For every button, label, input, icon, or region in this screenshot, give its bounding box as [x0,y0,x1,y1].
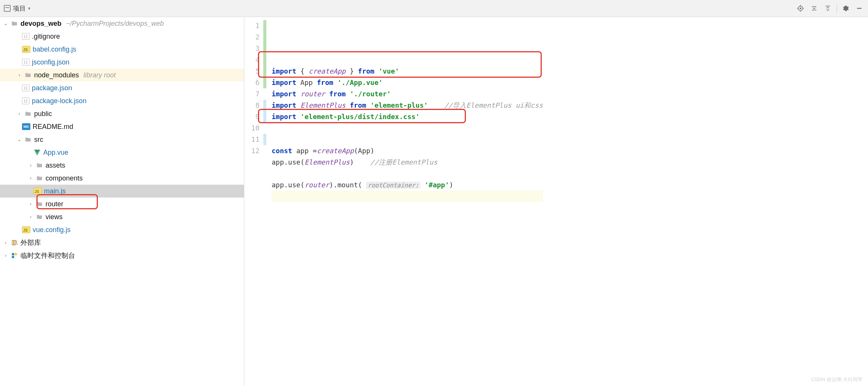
tree-item-vue-config-js[interactable]: JSvue.config.js [0,223,244,236]
js-icon: JS [22,226,30,233]
tree-item-label: src [34,136,43,144]
code-line[interactable] [272,122,543,134]
tree-item-label: vue.config.js [33,226,71,234]
tree-item-package-lock-json[interactable]: { }package-lock.json [0,94,244,107]
tree-item-views[interactable]: ›views [0,210,244,223]
line-number: 4 [244,54,259,66]
main-split: ⌄ devops_web ~/PycharmProjects/devops_we… [0,17,868,386]
tree-item-label: components [46,174,83,182]
scratches[interactable]: › 临时文件和控制台 [0,249,244,262]
tree-item-label: node_modules [34,71,79,79]
folder-icon [24,136,32,143]
tree-item-readme-md[interactable]: MDREADME.md [0,120,244,133]
line-gutter: 123456789101112 [244,17,263,386]
folder-icon [24,110,32,118]
js-icon: JS [33,188,42,195]
scratch-label: 临时文件和控制台 [20,251,75,260]
tree-item-app-vue[interactable]: App.vue [0,146,244,159]
root-name: devops_web [20,20,61,28]
code-area[interactable]: import { createApp } from 'vue'import Ap… [266,17,543,386]
chevron-icon[interactable]: › [28,201,33,207]
chevron-icon[interactable]: › [17,72,22,78]
chevron-icon[interactable]: › [28,214,33,220]
chevron-down-icon[interactable]: ▾ [28,6,30,11]
code-line[interactable] [272,168,543,179]
project-tree[interactable]: ⌄ devops_web ~/PycharmProjects/devops_we… [0,17,244,386]
diff-bar [263,17,266,386]
tree-item-src[interactable]: ⌄src [0,133,244,146]
chevron-icon[interactable]: ⌄ [17,137,22,142]
tree-item-router[interactable]: ›router [0,198,244,210]
diff-marker [263,43,266,54]
diff-marker [263,54,266,66]
chevron-icon[interactable]: › [28,176,33,181]
tree-item--gitignore[interactable]: { }.gitignore [0,30,244,43]
code-line[interactable]: import router from './router' [272,88,543,100]
code-line[interactable]: app.use(ElementPlus) //注册ElementPlus [272,157,543,168]
js-icon: JS [22,46,30,53]
svg-rect-14 [15,253,17,255]
code-line[interactable]: import { createApp } from 'vue' [272,66,543,77]
code-line[interactable]: const app =createApp(App) [272,145,543,157]
tree-item-label: babel.config.js [33,46,76,53]
ext-lib-label: 外部库 [20,238,41,247]
line-number: 5 [244,66,259,77]
code-line[interactable]: import ElementPlus from 'element-plus' /… [272,100,543,111]
diff-marker [263,100,266,111]
code-line[interactable]: app.use(router).mount( rootContainer: '#… [272,179,543,191]
vue-icon [33,149,41,156]
folder-icon [36,200,43,208]
svg-rect-11 [14,240,16,245]
folder-icon [36,213,43,221]
toolbar: 项目 ▾ [0,0,868,17]
svg-rect-13 [12,253,14,255]
tree-item-label: App.vue [43,149,68,157]
tree-item-node-modules[interactable]: ›node_moduleslibrary root [0,69,244,82]
expand-all-icon[interactable] [809,3,819,13]
line-number: 11 [244,134,259,145]
diff-marker [263,88,266,100]
tree-item-main-js[interactable]: JSmain.js [0,185,244,198]
folder-icon [11,20,18,27]
locate-icon[interactable] [796,3,805,13]
line-number: 9 [244,111,259,122]
folder-icon [36,174,43,182]
tree-item-label: main.js [44,187,66,195]
tree-item-public[interactable]: ›public [0,107,244,120]
tree-item-components[interactable]: ›components [0,172,244,185]
tree-item-label: router [46,200,63,208]
line-number: 6 [244,77,259,88]
scratch-icon [11,252,18,259]
gear-icon[interactable] [841,3,851,13]
chevron-icon[interactable]: › [17,111,22,116]
code-line[interactable]: import App from './App.vue' [272,77,543,88]
tree-item-jsconfig-json[interactable]: { }jsconfig.json [0,56,244,69]
code-line[interactable] [272,191,543,202]
watermark: CSDN @运维-大白同学 [811,376,863,383]
line-number: 8 [244,100,259,111]
code-line[interactable]: import 'element-plus/dist/index.css' [272,111,543,122]
collapse-all-icon[interactable] [823,3,833,13]
folder-icon [36,162,43,169]
tree-item-package-json[interactable]: { }package.json [0,82,244,94]
json-icon: { } [22,85,30,91]
code-line[interactable] [272,134,543,145]
json-icon: { } [22,97,30,104]
external-libraries[interactable]: › 外部库 [0,236,244,249]
root-path: ~/PycharmProjects/devops_web [66,20,164,28]
project-label[interactable]: 项目 [13,4,26,13]
tree-item-babel-config-js[interactable]: JSbabel.config.js [0,43,244,56]
tree-item-label: public [34,110,52,118]
diff-marker [263,77,266,88]
tree-item-note: library root [83,71,116,79]
tree-item-assets[interactable]: ›assets [0,159,244,172]
svg-rect-15 [12,256,14,258]
chevron-icon[interactable]: › [28,163,33,168]
tree-root[interactable]: ⌄ devops_web ~/PycharmProjects/devops_we… [0,17,244,30]
diff-marker [263,20,266,31]
minimize-icon[interactable] [854,3,864,13]
code-editor[interactable]: 123456789101112 import { createApp } fro… [244,17,868,386]
diff-marker [263,66,266,77]
tree-item-label: views [46,213,63,221]
tree-item-label: package.json [32,84,72,92]
